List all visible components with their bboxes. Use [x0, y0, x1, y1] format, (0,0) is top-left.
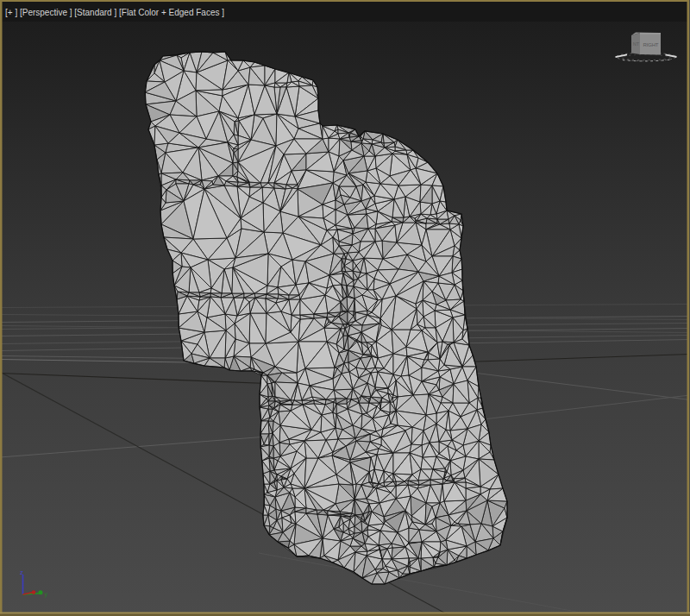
- svg-text:z: z: [20, 569, 23, 576]
- svg-text:y: y: [45, 591, 48, 598]
- svg-text:RIGHT: RIGHT: [643, 42, 659, 47]
- svg-text:NT: NT: [633, 41, 640, 47]
